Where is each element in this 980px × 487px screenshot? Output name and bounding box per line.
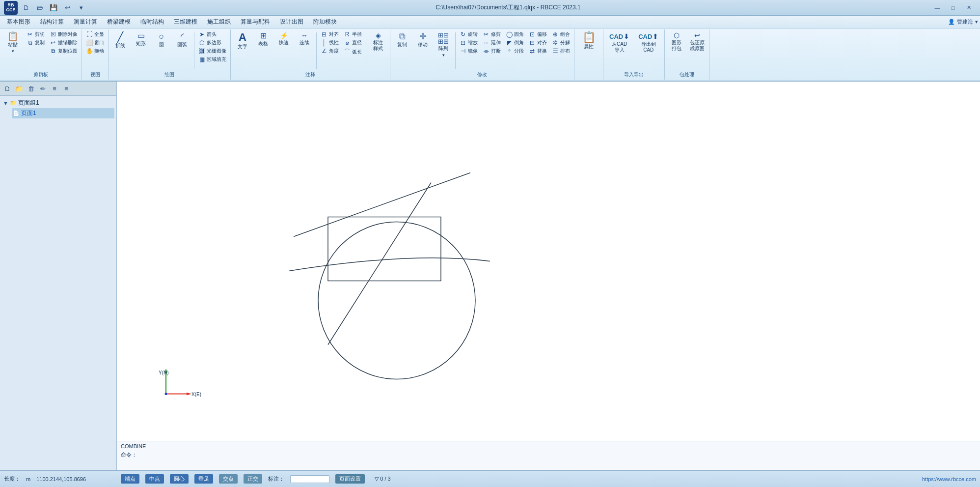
panel-delete-btn[interactable]: 🗑	[26, 83, 36, 94]
copy-btn[interactable]: ⧉ 复制	[25, 39, 47, 47]
scale-btn[interactable]: ⊡ 缩放	[458, 39, 480, 47]
undo-delete-btn[interactable]: ↩ 撤销删除	[48, 39, 80, 47]
drag-btn[interactable]: ✋ 拖动	[84, 47, 106, 55]
divide-btn[interactable]: ÷ 分段	[504, 47, 526, 55]
ribbon: 📋 粘贴 ▾ ✂ 剪切 ⧉ 复制 ☒ 删除对象	[0, 29, 980, 82]
website-link[interactable]: https://www.rbcce.com	[922, 476, 976, 482]
circle-icon: ○	[159, 32, 164, 41]
page-settings-btn[interactable]: 页面设置	[335, 474, 365, 484]
snap-endpoint-btn[interactable]: 端点	[121, 474, 139, 484]
copy-bitmap-icon: ⧉	[50, 48, 56, 55]
undo-btn[interactable]: ↩	[62, 2, 73, 13]
snap-perpendicular-btn[interactable]: 垂足	[194, 474, 213, 484]
align-dim-btn[interactable]: ⊟ 对齐	[319, 30, 341, 38]
new-file-btn[interactable]: 🗋	[21, 2, 31, 13]
move-btn[interactable]: ✛ 移动	[413, 30, 433, 49]
annotation-input[interactable]	[290, 475, 329, 483]
mirror-btn[interactable]: ⊣ 镜像	[458, 47, 480, 55]
menu-bridge-model[interactable]: 桥梁建模	[102, 16, 136, 28]
diameter-dim-btn[interactable]: ⌀ 直径	[342, 39, 364, 47]
import-cad-btn[interactable]: CAD ⬇ 从CAD导入	[605, 30, 633, 55]
tree-root-label: 页面组1	[18, 99, 39, 107]
menu-construction[interactable]: 施工组织	[202, 16, 236, 28]
properties-btn[interactable]: 📋 属性	[576, 30, 601, 51]
radius-dim-btn[interactable]: R 半径	[342, 30, 364, 38]
panel-new-btn[interactable]: 🗋	[2, 83, 13, 94]
combine-btn[interactable]: ⊕ 组合	[550, 30, 572, 38]
import-cad-icon-group: CAD ⬇	[609, 32, 629, 40]
copy2-btn[interactable]: ⧉ 复制	[392, 30, 412, 49]
command-input[interactable]	[139, 452, 976, 458]
trim-btn[interactable]: ✂ 修剪	[481, 30, 503, 38]
array-btn[interactable]: ⊞⊞⊞⊞ 阵列 ▾	[434, 30, 453, 59]
text-btn[interactable]: A 文字	[233, 30, 252, 51]
arrange-btn[interactable]: ☰ 排布	[550, 47, 572, 55]
panel-align-right-btn[interactable]: ≡	[61, 83, 72, 94]
minimize-btn[interactable]: —	[930, 3, 945, 13]
arc-dim-btn[interactable]: ⌒ 弧长	[342, 47, 364, 57]
menu-addons[interactable]: 附加模块	[308, 16, 342, 28]
copy-bitmap-btn[interactable]: ⧉ 复制位图	[48, 47, 80, 55]
replace-btn[interactable]: ⇄ 替换	[527, 47, 549, 55]
shapes-pack-btn[interactable]: ⬡ 图形打包	[667, 30, 686, 53]
cut-btn[interactable]: ✂ 剪切	[25, 30, 47, 38]
tree-root-item[interactable]: ▼ 📁 页面组1	[2, 98, 114, 108]
offset-btn[interactable]: ⊡ 偏移	[527, 30, 549, 38]
align3-btn[interactable]: ⊟ 对齐	[527, 39, 549, 47]
polyline-btn[interactable]: ╱ 折线	[110, 30, 130, 50]
annotation-label: 标注：	[268, 475, 284, 483]
canvas-area[interactable]: Y(N) X(E) COMBINE 命令：	[117, 82, 980, 470]
menu-temp-struct[interactable]: 临时结构	[136, 16, 169, 28]
linear-dim-btn[interactable]: │ 线性	[319, 39, 341, 47]
annotate-content: A 文字 ⊞ 表格 ⚡ 快速 ↔ 连续 ⊟ 对齐	[233, 30, 388, 71]
menu-quantity[interactable]: 算量与配料	[236, 16, 275, 28]
break-btn[interactable]: ⌯ 打断	[481, 47, 503, 55]
explode-btn[interactable]: ✲ 分解	[550, 39, 572, 47]
fillet-btn[interactable]: ◯ 圆角	[504, 30, 526, 38]
close-btn[interactable]: ✕	[961, 3, 976, 13]
panel-align-left-btn[interactable]: ≡	[49, 83, 60, 94]
rect-btn[interactable]: ▭ 矩形	[131, 30, 151, 48]
area-fill-icon: ▦	[198, 56, 205, 63]
save-file-btn[interactable]: 💾	[48, 2, 59, 13]
dim-style-btn[interactable]: ◈ 标注样式	[368, 30, 388, 53]
polygon-btn[interactable]: ⬡ 多边形	[196, 39, 228, 47]
fast-dim-btn[interactable]: ⚡ 快速	[274, 30, 294, 47]
restore-pack-btn[interactable]: ↩ 包还原成原图	[687, 30, 707, 53]
fullscreen-btn[interactable]: ⛶ 全显	[84, 30, 106, 38]
menu-basic-shapes[interactable]: 基本图形	[2, 16, 35, 28]
menu-measure-calc[interactable]: 测量计算	[69, 16, 102, 28]
export-cad-btn[interactable]: CAD ⬆ 导出到CAD	[634, 30, 662, 55]
ribbon-group-props: 📋 属性	[574, 29, 603, 80]
snap-midpoint-btn[interactable]: 中点	[145, 474, 164, 484]
extend-btn[interactable]: ↔ 延伸	[481, 39, 503, 47]
menu-struct-calc[interactable]: 结构计算	[35, 16, 69, 28]
arc-btn[interactable]: ◜ 圆弧	[172, 30, 192, 49]
angle-dim-btn[interactable]: ∠ 角度	[319, 47, 341, 55]
panel-rename-btn[interactable]: ✏	[37, 83, 48, 94]
table-icon: ⊞	[260, 32, 267, 40]
delete-obj-btn[interactable]: ☒ 删除对象	[48, 30, 80, 38]
snap-ortho-btn[interactable]: 正交	[244, 474, 262, 484]
more-btn[interactable]: ▾	[76, 2, 86, 13]
snap-center-btn[interactable]: 圆心	[170, 474, 189, 484]
circle-btn[interactable]: ○ 圆	[152, 30, 171, 49]
raster-btn[interactable]: 🖼 光栅图像	[196, 47, 228, 55]
panel-open-btn[interactable]: 📁	[14, 83, 25, 94]
arrow-btn[interactable]: ➤ 箭头	[196, 30, 228, 38]
menu-3d-model[interactable]: 三维建模	[169, 16, 202, 28]
menu-design-output[interactable]: 设计出图	[275, 16, 308, 28]
area-fill-btn[interactable]: ▦ 区域填充	[196, 56, 228, 63]
continue-dim-icon: ↔	[301, 32, 308, 39]
open-file-btn[interactable]: 🗁	[34, 2, 45, 13]
chamfer-btn[interactable]: ◤ 倒角	[504, 39, 526, 47]
rotate-btn[interactable]: ↻ 旋转	[458, 30, 480, 38]
drawing-canvas[interactable]: Y(N) X(E)	[117, 82, 980, 470]
tree-page1-item[interactable]: 📄 页面1	[12, 108, 114, 118]
paste-btn[interactable]: 📋 粘贴 ▾	[2, 30, 24, 55]
continue-dim-btn[interactable]: ↔ 连续	[295, 30, 314, 47]
window-view-btn[interactable]: ⬜ 窗口	[84, 39, 106, 47]
snap-intersection-btn[interactable]: 交点	[219, 474, 238, 484]
maximize-btn[interactable]: □	[946, 3, 960, 13]
table-btn[interactable]: ⊞ 表格	[253, 30, 273, 48]
